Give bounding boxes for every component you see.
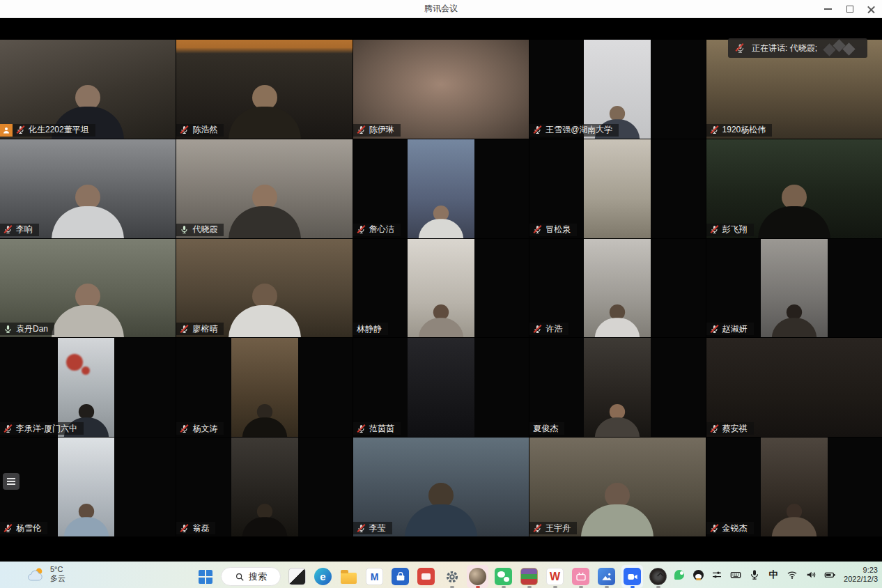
participant-label: 化生2202董平坦: [0, 124, 95, 137]
qq-tray-icon[interactable]: [691, 567, 705, 582]
media-app-icon[interactable]: [415, 565, 437, 588]
participant-tile[interactable]: 李响: [0, 139, 176, 238]
participant-label: 赵淑妍: [706, 323, 754, 335]
minimize-button[interactable]: [817, 0, 839, 18]
mic-muted-icon: [533, 524, 542, 533]
search-box[interactable]: 搜索: [221, 567, 281, 586]
participant-tile[interactable]: 翁磊: [176, 438, 352, 536]
wechat-icon[interactable]: [493, 565, 514, 588]
person-silhouette: [752, 185, 836, 238]
participant-label: 廖榕晴: [176, 323, 224, 335]
person-silhouette: [46, 284, 130, 337]
winrar-glyph: [520, 568, 538, 585]
video-frame-portrait: [58, 438, 114, 536]
user-profile-icon[interactable]: [467, 565, 488, 588]
settings-glyph: [443, 568, 461, 585]
restore-button[interactable]: [839, 0, 860, 18]
participant-tile[interactable]: 陈伊琳: [353, 40, 529, 139]
participant-tile[interactable]: 李莹: [353, 438, 529, 536]
person-body: [52, 206, 124, 238]
participant-tile[interactable]: 李承洋-厦门六中: [0, 338, 176, 437]
participant-tile[interactable]: 林静静: [353, 239, 529, 338]
participant-name: 范茵茵: [369, 423, 394, 435]
participant-tile[interactable]: 代晓霞: [176, 139, 352, 238]
close-button[interactable]: [860, 0, 882, 18]
participant-name: 王雪强@湖南大学: [546, 124, 612, 136]
participant-tile[interactable]: 金锐杰: [706, 438, 882, 536]
taskbar: 5°C 多云 搜索 eMW 中9:232022/12/3: [0, 562, 882, 588]
winrar-icon[interactable]: [518, 565, 540, 588]
participant-label: 代晓霞: [176, 224, 224, 236]
participant-tile[interactable]: 许浩: [529, 239, 705, 338]
bilibili-icon[interactable]: [570, 565, 591, 588]
task-view-icon[interactable]: [286, 565, 308, 588]
person-silhouette: [46, 185, 130, 238]
bilibili-glyph: [572, 568, 589, 585]
participant-tile[interactable]: 夏俊杰: [529, 338, 705, 437]
settings-icon[interactable]: [441, 565, 463, 588]
search-label: 搜索: [249, 571, 267, 583]
person-silhouette: [238, 504, 290, 536]
participant-tile[interactable]: 陈浩然: [176, 40, 352, 139]
participant-tile[interactable]: 杨文涛: [176, 338, 352, 437]
decor-accent: [66, 354, 83, 371]
edge-browser-glyph: e: [314, 568, 332, 585]
participant-tile[interactable]: 赵淑妍: [706, 239, 882, 338]
window-title: 腾讯会议: [424, 3, 458, 15]
start-button[interactable]: [196, 567, 215, 587]
member-list-button[interactable]: [3, 473, 20, 490]
participant-name: 袁丹Dan: [16, 323, 48, 335]
photos-icon[interactable]: [596, 565, 617, 588]
mic-muted-icon: [533, 325, 542, 334]
touch-keyboard-icon[interactable]: [729, 567, 743, 582]
participant-label: 范茵茵: [353, 422, 401, 435]
mic-muted-icon: [180, 524, 189, 533]
mic-on-icon: [3, 325, 13, 334]
participant-tile[interactable]: 冒松泉: [529, 139, 705, 238]
wechat-tray-icon[interactable]: [672, 567, 686, 582]
mic-muted-icon: [357, 424, 366, 433]
participant-tile[interactable]: 王雪强@湖南大学: [529, 40, 705, 139]
participant-name: 林静静: [357, 323, 382, 335]
im-app-icon[interactable]: M: [364, 565, 385, 588]
participant-tile[interactable]: 廖榕晴: [176, 239, 352, 338]
participant-name: 廖榕晴: [192, 323, 217, 335]
video-frame-portrait: [761, 438, 828, 536]
ime-indicator-icon[interactable]: 中: [766, 567, 780, 582]
participant-tile[interactable]: 蔡安祺: [706, 338, 882, 437]
video-frame-portrait: [584, 338, 651, 437]
wifi-icon[interactable]: [785, 567, 799, 582]
hidden-icons-icon[interactable]: [653, 567, 667, 582]
person-body: [758, 206, 830, 238]
taskbar-clock[interactable]: 9:232022/12/3: [844, 566, 878, 584]
participant-tile[interactable]: 范茵茵: [353, 338, 529, 437]
volume-icon[interactable]: [804, 567, 818, 582]
clock-time: 9:23: [844, 566, 878, 575]
participant-name: 蔡安祺: [722, 423, 748, 435]
participant-tile[interactable]: 袁丹Dan: [0, 239, 176, 338]
wps-office-icon[interactable]: W: [544, 565, 566, 588]
weather-widget[interactable]: 5°C 多云: [26, 565, 65, 583]
participant-tile[interactable]: 詹心洁: [353, 139, 529, 238]
microsoft-store-icon[interactable]: [389, 565, 411, 588]
person-body: [242, 517, 286, 536]
edge-browser-icon[interactable]: e: [312, 565, 334, 588]
person-silhouette: [238, 404, 290, 437]
window-titlebar: 腾讯会议: [0, 0, 882, 18]
battery-icon[interactable]: [823, 567, 837, 582]
audio-mixer-icon[interactable]: [710, 567, 724, 582]
video-frame-portrait: [408, 139, 474, 238]
microphone-tray-icon[interactable]: [748, 567, 761, 582]
person-silhouette: [768, 304, 820, 337]
file-explorer-icon[interactable]: [338, 565, 359, 588]
participant-name: 李承洋-厦门六中: [16, 423, 77, 435]
mic-on-icon: [180, 225, 189, 234]
mic-muted-icon: [710, 125, 719, 134]
participant-label: 金锐杰: [706, 522, 754, 534]
participant-tile[interactable]: 王宇舟: [529, 438, 705, 536]
participant-tile[interactable]: 化生2202董平坦: [0, 40, 176, 139]
tencent-meeting-icon[interactable]: [621, 565, 643, 588]
participant-tile[interactable]: 彭飞翔: [706, 139, 882, 238]
mic-muted-icon: [357, 524, 366, 533]
participant-tile[interactable]: 杨雪伦: [0, 438, 176, 536]
